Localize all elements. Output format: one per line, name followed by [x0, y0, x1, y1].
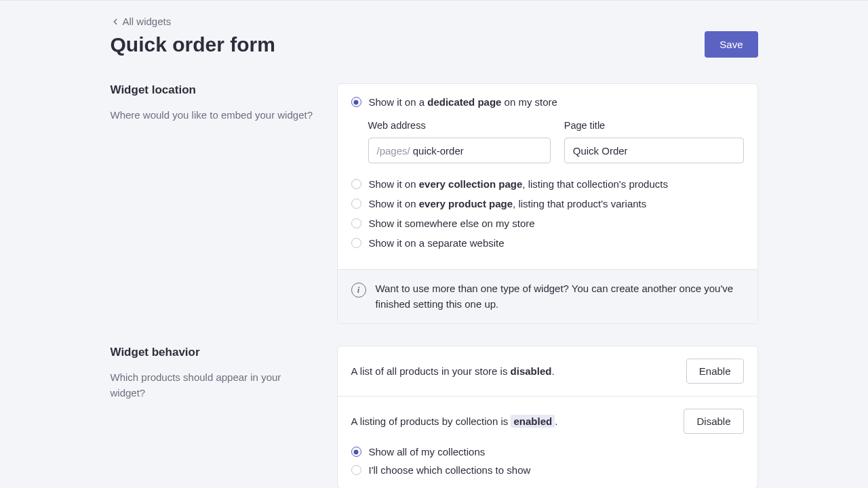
chevron-left-icon — [111, 17, 120, 26]
radio-label: Show it on every collection page, listin… — [369, 178, 668, 190]
radio-dedicated-page[interactable]: Show it on a dedicated page on my store — [351, 96, 744, 108]
all-products-row: A list of all products in your store is … — [338, 346, 757, 396]
enable-button[interactable]: Enable — [686, 359, 744, 384]
section-title: Widget behavior — [111, 346, 314, 359]
radio-label: Show it on a dedicated page on my store — [369, 96, 557, 108]
radio-collection-page[interactable]: Show it on every collection page, listin… — [351, 178, 744, 190]
page-title: Quick order form — [111, 33, 275, 56]
all-products-text: A list of all products in your store is … — [351, 365, 555, 377]
radio-choose-collections[interactable]: I'll choose which collections to show — [351, 464, 744, 476]
radio-indicator — [351, 447, 361, 457]
radio-indicator — [351, 238, 361, 248]
radio-separate-website[interactable]: Show it on a separate website — [351, 237, 744, 249]
save-button[interactable]: Save — [705, 31, 757, 58]
back-label: All widgets — [123, 16, 172, 27]
radio-indicator — [351, 199, 361, 209]
radio-all-collections[interactable]: Show all of my collections — [351, 446, 744, 458]
radio-label: Show it on a separate website — [369, 237, 505, 249]
info-banner: i Want to use more than one type of widg… — [338, 269, 757, 323]
radio-label: Show all of my collections — [369, 446, 486, 458]
behavior-card: A list of all products in your store is … — [337, 346, 758, 488]
radio-label: I'll choose which collections to show — [369, 464, 531, 476]
page-title-input[interactable] — [573, 145, 735, 157]
page-header: Quick order form Save — [111, 31, 758, 58]
web-address-label: Web address — [368, 120, 551, 131]
web-address-input[interactable] — [413, 145, 542, 157]
web-address-field[interactable]: /pages/ — [368, 138, 551, 163]
page-title-field[interactable] — [564, 138, 744, 163]
disable-button[interactable]: Disable — [684, 409, 743, 434]
web-address-prefix: /pages/ — [377, 145, 410, 157]
section-sidebar: Widget location Where would you like to … — [111, 83, 314, 324]
radio-indicator — [351, 179, 361, 189]
section-title: Widget location — [111, 83, 314, 97]
info-text: Want to use more than one type of widget… — [376, 281, 744, 312]
page-title-label: Page title — [564, 120, 744, 131]
by-collection-text: A listing of products by collection is e… — [351, 415, 558, 427]
widget-location-section: Widget location Where would you like to … — [111, 83, 758, 324]
radio-indicator — [351, 218, 361, 228]
section-desc: Where would you like to embed your widge… — [111, 108, 314, 123]
radio-label: Show it on every product page, listing t… — [369, 198, 647, 209]
section-desc: Which products should appear in your wid… — [111, 370, 314, 401]
dedicated-page-inputs: Web address /pages/ Page title — [368, 120, 744, 163]
info-icon: i — [351, 283, 366, 298]
by-collection-row: A listing of products by collection is e… — [338, 396, 757, 446]
section-sidebar: Widget behavior Which products should ap… — [111, 346, 314, 488]
radio-indicator — [351, 465, 361, 475]
radio-elsewhere[interactable]: Show it somewhere else on my store — [351, 218, 744, 229]
radio-product-page[interactable]: Show it on every product page, listing t… — [351, 198, 744, 209]
radio-label: Show it somewhere else on my store — [369, 218, 535, 229]
location-card: Show it on a dedicated page on my store … — [337, 83, 758, 324]
widget-behavior-section: Widget behavior Which products should ap… — [111, 346, 758, 488]
radio-indicator — [351, 97, 361, 107]
back-link[interactable]: All widgets — [111, 16, 172, 27]
